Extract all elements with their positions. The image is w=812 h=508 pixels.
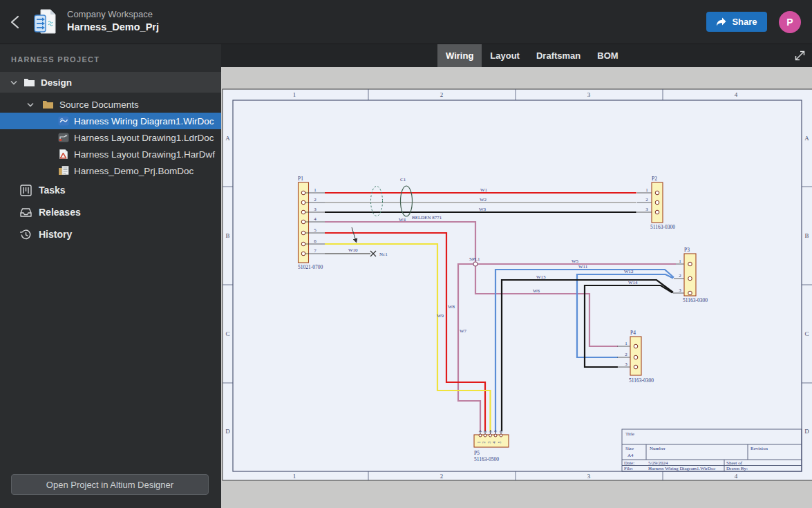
p2-ref: P2 — [652, 176, 657, 182]
tab-label: Wiring — [446, 50, 473, 61]
tasks-icon — [20, 185, 32, 196]
svg-text:2: 2 — [483, 431, 487, 433]
svg-text:1: 1 — [314, 187, 317, 193]
drawn-by-label: Drawn By: — [726, 466, 748, 471]
tab-bom[interactable]: BOM — [589, 44, 626, 67]
p4-ref: P4 — [630, 330, 636, 336]
svg-text:4: 4 — [492, 441, 496, 443]
svg-text:5: 5 — [314, 227, 317, 233]
svg-text:1: 1 — [293, 91, 296, 98]
svg-text:2: 2 — [314, 197, 317, 203]
tab-label: Layout — [490, 50, 520, 61]
tree-node-design[interactable]: Design — [0, 72, 221, 93]
tab-wiring[interactable]: Wiring — [437, 44, 482, 67]
tree-node-source-documents[interactable]: Source Documents — [0, 96, 221, 113]
tab-draftsman[interactable]: Draftsman — [528, 44, 589, 67]
tab-layout[interactable]: Layout — [482, 44, 528, 67]
svg-text:2: 2 — [625, 352, 627, 357]
file-label: File: — [624, 466, 633, 471]
svg-text:2: 2 — [440, 91, 444, 98]
fullscreen-button[interactable] — [793, 48, 807, 63]
wiring-viewer-canvas[interactable]: 1 2 3 4 1 2 3 4 A B C D A B C D — [221, 67, 812, 508]
drawing-sheet — [223, 89, 812, 480]
title-label: Title — [625, 431, 634, 437]
svg-text:1: 1 — [645, 187, 648, 193]
open-in-altium-designer-button[interactable]: Open Project in Altium Designer — [11, 474, 209, 495]
share-label: Share — [732, 17, 757, 27]
svg-text:W6: W6 — [533, 288, 540, 294]
sidebar-item-history[interactable]: History — [0, 226, 221, 243]
svg-text:1: 1 — [478, 431, 482, 433]
tree-node-bom-document[interactable]: Harness_Demo_Prj.BomDoc — [0, 162, 221, 179]
svg-text:3: 3 — [489, 431, 493, 433]
p3-part: 51163-0300 — [683, 297, 708, 303]
share-button[interactable]: Share — [706, 12, 767, 32]
wirdoc-icon — [58, 116, 69, 126]
svg-text:4: 4 — [493, 431, 498, 433]
chevron-down-icon — [10, 80, 17, 85]
svg-text:B: B — [225, 232, 229, 239]
svg-text:W9: W9 — [437, 313, 444, 319]
header-titles: Company Workspace Harness_Demo_Prj — [67, 9, 159, 32]
svg-text:W3: W3 — [479, 207, 487, 212]
svg-text:5: 5 — [499, 431, 503, 433]
p2-part: 51163-0300 — [650, 224, 675, 230]
sidebar-section-title: HARNESS PROJECT — [11, 55, 100, 64]
document-label: Harness Layout Drawing1.HarDwf — [74, 149, 215, 160]
svg-text:W14: W14 — [628, 280, 638, 285]
sidebar-item-label: History — [39, 229, 72, 240]
svg-text:W11: W11 — [578, 264, 588, 270]
splice-spl1 — [473, 262, 478, 266]
revision-label: Revision — [750, 446, 768, 451]
svg-text:W7: W7 — [460, 328, 467, 334]
tree-node-label: Design — [41, 77, 72, 88]
user-avatar[interactable]: P — [779, 11, 801, 33]
tree-node-hardwf-document[interactable]: Harness Layout Drawing1.HarDwf — [0, 146, 221, 162]
size-label: Size — [625, 446, 634, 451]
bomdoc-icon — [58, 166, 69, 176]
wiring-diagram: 1 2 3 4 1 2 3 4 A B C D A B C D — [221, 67, 812, 508]
p3-ref: P3 — [684, 247, 690, 253]
releases-icon — [20, 207, 32, 218]
document-label: Harness Wiring Diagram1.WirDoc — [74, 116, 214, 126]
svg-text:C: C — [225, 330, 229, 337]
share-icon — [716, 17, 726, 27]
sidebar-item-tasks[interactable]: Tasks — [0, 182, 221, 198]
svg-text:3: 3 — [645, 207, 648, 212]
sidebar-item-releases[interactable]: Releases — [0, 204, 221, 220]
document-label: Harness Layout Drawing1.LdrDoc — [74, 133, 214, 143]
tab-label: BOM — [597, 50, 618, 61]
svg-text:4: 4 — [314, 216, 317, 222]
svg-text:2: 2 — [482, 441, 486, 443]
svg-text:W10: W10 — [348, 247, 358, 253]
sidebar-item-label: Releases — [39, 207, 81, 218]
size-value: A4 — [627, 453, 634, 458]
svg-text:W1: W1 — [480, 187, 488, 193]
p5-ref: P5 — [474, 450, 480, 456]
svg-text:W13: W13 — [536, 274, 546, 280]
svg-text:D: D — [804, 428, 809, 435]
hardwf-icon — [58, 149, 69, 160]
splice-label: SPL1 — [469, 256, 480, 262]
tree-node-layout-document[interactable]: Harness Layout Drawing1.LdrDoc — [0, 129, 221, 146]
ldrdoc-icon — [58, 133, 69, 142]
number-label: Number — [650, 446, 666, 451]
tab-label: Draftsman — [536, 50, 580, 61]
svg-text:5: 5 — [498, 441, 502, 443]
svg-text:3: 3 — [487, 441, 491, 443]
svg-text:W5: W5 — [572, 258, 579, 264]
project-sidebar: HARNESS PROJECT Design Source Documents … — [0, 44, 221, 508]
p4-part: 51163-0300 — [629, 377, 654, 384]
svg-text:1: 1 — [679, 258, 681, 264]
svg-text:1: 1 — [625, 341, 627, 346]
p5-part: 51163-0500 — [474, 456, 499, 462]
svg-text:W12: W12 — [624, 269, 634, 274]
svg-text:B: B — [804, 232, 809, 239]
svg-text:2: 2 — [645, 197, 648, 203]
cable-part-label: BELDEN 8771 — [412, 215, 442, 220]
svg-text:2: 2 — [679, 273, 681, 279]
svg-text:6: 6 — [314, 238, 317, 244]
tree-node-wiring-document[interactable]: Harness Wiring Diagram1.WirDoc — [0, 113, 221, 129]
no-connect-label: Nc1 — [379, 252, 388, 257]
back-button[interactable] — [8, 14, 23, 30]
